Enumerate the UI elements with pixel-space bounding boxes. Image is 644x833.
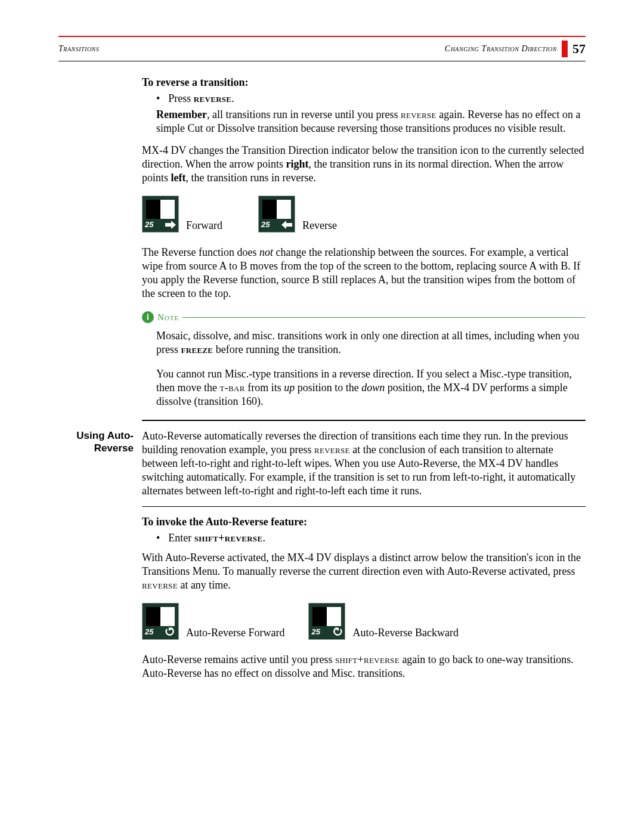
note-block: i Note Mosaic, dissolve, and misc. trans… [142,311,586,408]
paragraph-auto-reverse-remains: Auto-Reverse remains active until you pr… [142,653,586,680]
transition-icon-forward: 25 [142,196,179,233]
remember-paragraph: Remember, all transitions run in reverse… [142,108,586,135]
auto-reverse-forward-icon [165,627,176,637]
arrow-right-icon [165,221,176,229]
info-icon: i [142,311,154,323]
header-red-marker [562,41,568,57]
label-forward: Forward [186,219,222,233]
page-number: 57 [572,41,586,57]
heading-invoke-auto-reverse: To invoke the Auto-Reverse feature: [142,515,586,529]
auto-reverse-icons-row: 25 Auto-Reverse Forward 25 Auto-Reverse … [142,603,586,640]
section-callout-auto-reverse: Using Auto-Reverse [56,429,134,455]
page-header: Transitions Changing Transition Directio… [58,41,586,57]
paragraph-reverse-relationship: The Reverse function does not change the… [142,246,586,301]
paragraph-direction-indicator: MX-4 DV changes the Transition Direction… [142,144,586,185]
transition-icon-auto-backward: 25 [308,603,345,640]
header-right: Changing Transition Direction [445,44,557,54]
svg-marker-0 [165,221,176,229]
label-auto-backward: Auto-Reverse Backward [352,626,458,640]
paragraph-auto-reverse-intro: Auto-Reverse automatically reverses the … [142,429,586,498]
arrow-left-icon [281,221,292,229]
note-paragraph-2: You cannot run Misc.-type transitions in… [156,367,586,408]
paragraph-auto-reverse-activated: With Auto-Reverse activated, the MX-4 DV… [142,551,586,592]
label-reverse: Reverse [302,219,337,233]
label-auto-forward: Auto-Reverse Forward [186,626,284,640]
note-paragraph-1: Mosaic, dissolve, and misc. transitions … [156,329,586,357]
heading-reverse-transition: To reverse a transition: [142,76,586,89]
header-left: Transitions [58,44,99,54]
bullet-enter-shift-reverse: • Enter shift+reverse. [142,531,586,545]
direction-icons-row: 25 Forward 25 Reverse [142,196,586,233]
transition-icon-reverse: 25 [258,196,295,233]
note-label: Note [157,312,179,323]
auto-reverse-backward-icon [332,627,342,637]
svg-marker-1 [281,221,292,229]
bullet-press-reverse: • Press reverse. [142,92,586,106]
transition-icon-auto-forward: 25 [142,603,179,640]
